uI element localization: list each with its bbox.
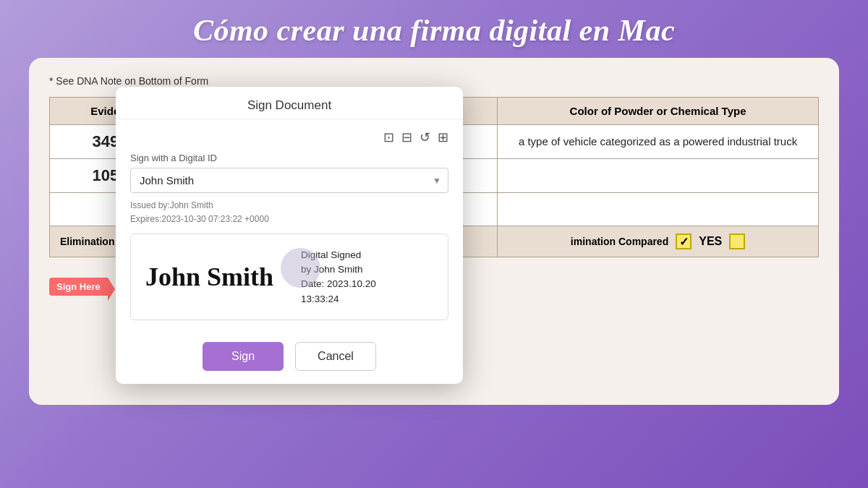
toolbar-icon-2[interactable]: ⊟ xyxy=(401,129,412,145)
main-card: * See DNA Note on Bottom of Form Evidenc… xyxy=(29,58,839,405)
modal-footer: Sign Cancel xyxy=(116,342,463,384)
id-select-wrap: John Smith ▼ xyxy=(130,168,448,193)
cert-info: Issued by:John Smith Expires:2023-10-30 … xyxy=(130,199,448,226)
modal-header: Sign Document xyxy=(116,87,463,119)
selected-id-label: John Smith xyxy=(140,174,194,187)
sig-stamp-bg: Digital Signed by John Smith Date: 2023.… xyxy=(288,248,376,307)
sign-document-modal: Sign Document ⊡ ⊟ ↺ ⊞ Sign with a Digita… xyxy=(116,87,463,384)
elim-compared: imination Compared ✓ YES xyxy=(498,226,819,257)
yes-label: YES xyxy=(699,235,722,248)
modal-title: Sign Document xyxy=(247,98,331,113)
powder-2 xyxy=(498,159,819,193)
sign-here-tag[interactable]: Sign Here xyxy=(49,278,108,296)
sig-circle-decoration xyxy=(281,248,320,288)
signature-preview: John Smith Digital Signed by John Smith … xyxy=(130,234,448,320)
toolbar-icon-4[interactable]: ⊞ xyxy=(438,129,448,145)
empty-checkbox[interactable] xyxy=(729,234,745,249)
issued-by: Issued by:John Smith xyxy=(130,199,448,213)
id-select[interactable]: John Smith xyxy=(130,168,448,193)
cancel-button[interactable]: Cancel xyxy=(295,342,376,371)
dna-note: * See DNA Note on Bottom of Form xyxy=(49,75,819,87)
col-powder: Color of Powder or Chemical Type xyxy=(498,98,819,125)
powder-3 xyxy=(498,193,819,226)
modal-body: ⊡ ⊟ ↺ ⊞ Sign with a Digital ID John Smit… xyxy=(116,119,463,342)
expires: Expires:2023-10-30 07:23:22 +0000 xyxy=(130,213,448,226)
sig-name: John Smith xyxy=(145,262,273,292)
toolbar-icon-1[interactable]: ⊡ xyxy=(383,129,394,145)
chevron-down-icon: ▼ xyxy=(433,176,441,186)
sig-line4: 13:33:24 xyxy=(301,292,376,307)
modal-toolbar: ⊡ ⊟ ↺ ⊞ xyxy=(130,129,448,145)
page-title-area: Cómo crear una firma digital en Mac xyxy=(0,0,868,58)
toolbar-icon-3[interactable]: ↺ xyxy=(420,129,430,145)
page-title: Cómo crear una firma digital en Mac xyxy=(0,13,868,48)
powder-1: a type of vehicle categorized as a power… xyxy=(498,125,819,159)
sign-button[interactable]: Sign xyxy=(203,342,284,371)
elim-compared-label: imination Compared xyxy=(571,236,668,247)
sign-with-label: Sign with a Digital ID xyxy=(130,153,448,163)
yes-checkbox[interactable]: ✓ xyxy=(676,234,692,249)
